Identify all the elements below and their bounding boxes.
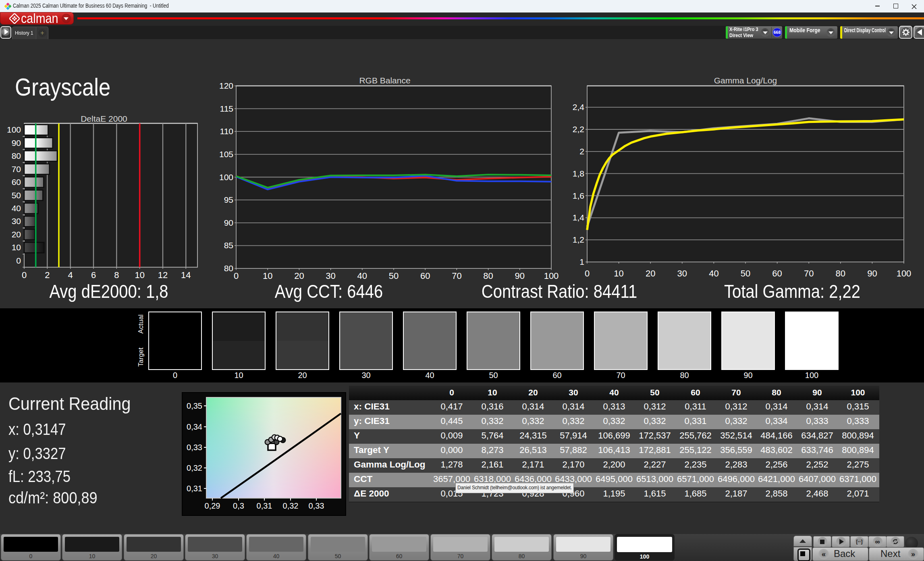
svg-text:8: 8 bbox=[114, 270, 119, 280]
svg-text:85: 85 bbox=[224, 241, 233, 250]
svg-text:2,2: 2,2 bbox=[573, 125, 584, 134]
svg-text:0: 0 bbox=[234, 271, 239, 281]
svg-text:90: 90 bbox=[12, 138, 21, 148]
svg-text:0: 0 bbox=[16, 256, 21, 265]
svg-text:90: 90 bbox=[224, 218, 233, 227]
svg-text:0,31: 0,31 bbox=[187, 484, 202, 493]
svg-text:80: 80 bbox=[12, 151, 21, 160]
svg-text:0,35: 0,35 bbox=[187, 401, 202, 410]
svg-text:0,32: 0,32 bbox=[283, 501, 299, 510]
svg-text:80: 80 bbox=[224, 264, 233, 273]
svg-text:0,33: 0,33 bbox=[187, 443, 202, 452]
svg-text:10: 10 bbox=[614, 268, 623, 278]
svg-text:90: 90 bbox=[515, 271, 525, 281]
svg-text:0,29: 0,29 bbox=[205, 501, 220, 510]
svg-text:30: 30 bbox=[326, 271, 335, 281]
svg-text:40: 40 bbox=[709, 268, 718, 278]
svg-text:95: 95 bbox=[224, 195, 233, 204]
svg-text:70: 70 bbox=[452, 271, 461, 281]
svg-text:14: 14 bbox=[181, 270, 191, 280]
svg-text:0,31: 0,31 bbox=[257, 501, 272, 510]
svg-text:100: 100 bbox=[219, 172, 233, 182]
svg-text:50: 50 bbox=[741, 268, 750, 278]
svg-text:100: 100 bbox=[897, 268, 912, 278]
svg-text:20: 20 bbox=[12, 230, 21, 239]
svg-text:10: 10 bbox=[135, 270, 144, 280]
svg-text:10: 10 bbox=[263, 271, 272, 281]
svg-text:70: 70 bbox=[804, 268, 814, 278]
svg-text:80: 80 bbox=[836, 268, 845, 278]
svg-text:50: 50 bbox=[389, 271, 399, 281]
svg-text:0,33: 0,33 bbox=[309, 501, 324, 510]
svg-text:20: 20 bbox=[294, 271, 304, 281]
svg-text:1,4: 1,4 bbox=[573, 213, 585, 222]
svg-text:110: 110 bbox=[220, 127, 233, 136]
svg-text:40: 40 bbox=[357, 271, 367, 281]
svg-text:30: 30 bbox=[677, 268, 687, 278]
svg-text:0: 0 bbox=[22, 270, 27, 280]
svg-text:100: 100 bbox=[7, 125, 21, 134]
svg-text:2: 2 bbox=[45, 270, 50, 280]
svg-text:115: 115 bbox=[220, 104, 233, 113]
svg-text:1,6: 1,6 bbox=[573, 191, 584, 200]
svg-text:60: 60 bbox=[772, 268, 782, 278]
svg-text:12: 12 bbox=[158, 270, 168, 280]
svg-text:90: 90 bbox=[867, 268, 877, 278]
svg-text:10: 10 bbox=[12, 243, 21, 252]
svg-text:60: 60 bbox=[12, 177, 21, 187]
svg-text:2: 2 bbox=[579, 147, 584, 156]
svg-text:1: 1 bbox=[579, 257, 584, 266]
svg-text:105: 105 bbox=[219, 150, 233, 159]
svg-text:0,32: 0,32 bbox=[187, 463, 202, 472]
svg-text:60: 60 bbox=[420, 271, 430, 281]
svg-text:6: 6 bbox=[91, 270, 96, 280]
svg-text:40: 40 bbox=[12, 204, 21, 213]
svg-text:0: 0 bbox=[585, 268, 590, 278]
svg-text:20: 20 bbox=[646, 268, 655, 278]
svg-text:100: 100 bbox=[544, 271, 559, 281]
svg-text:1,8: 1,8 bbox=[573, 169, 584, 178]
svg-text:50: 50 bbox=[12, 191, 21, 200]
svg-text:0,3: 0,3 bbox=[233, 501, 244, 510]
svg-text:120: 120 bbox=[219, 81, 233, 90]
svg-text:2,4: 2,4 bbox=[573, 102, 585, 112]
svg-text:70: 70 bbox=[12, 164, 21, 174]
svg-text:80: 80 bbox=[483, 271, 493, 281]
svg-text:4: 4 bbox=[68, 270, 73, 280]
svg-text:0,34: 0,34 bbox=[187, 422, 202, 431]
svg-text:30: 30 bbox=[12, 216, 21, 226]
svg-text:1,2: 1,2 bbox=[573, 235, 584, 244]
